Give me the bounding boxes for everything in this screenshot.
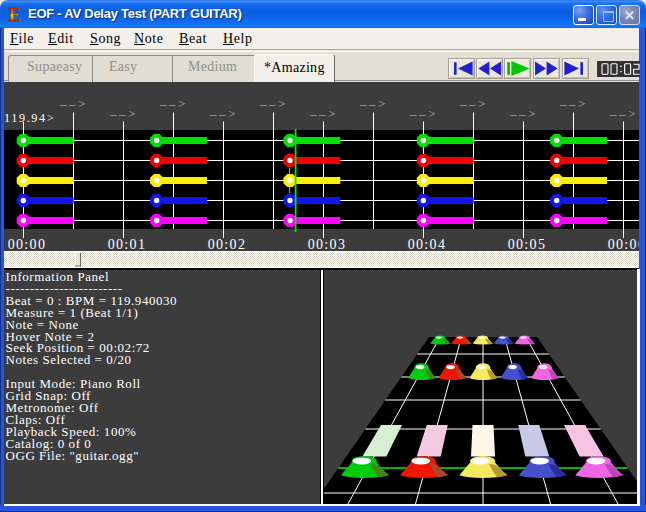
svg-text:00:03: 00:03 bbox=[308, 237, 347, 252]
svg-text:––>: ––> bbox=[609, 106, 638, 121]
svg-text:00:05: 00:05 bbox=[508, 237, 547, 252]
svg-text:––>: ––> bbox=[509, 106, 538, 121]
svg-text:––>: ––> bbox=[559, 96, 588, 111]
svg-text:––>: ––> bbox=[159, 96, 188, 111]
svg-text:00:04: 00:04 bbox=[408, 237, 447, 252]
svg-text:E: E bbox=[9, 6, 21, 23]
svg-text:––>: ––> bbox=[109, 106, 138, 121]
svg-text:––>: ––> bbox=[409, 106, 438, 121]
svg-text:––>: ––> bbox=[459, 96, 488, 111]
svg-text:00:06: 00:06 bbox=[608, 237, 639, 252]
svg-text:––>: ––> bbox=[309, 106, 338, 121]
svg-text:00:02: 00:02 bbox=[208, 237, 247, 252]
svg-text:00:00: 00:00 bbox=[8, 237, 47, 252]
svg-text:––>: ––> bbox=[259, 96, 288, 111]
svg-text:––>: ––> bbox=[359, 96, 388, 111]
svg-text:00:01: 00:01 bbox=[108, 237, 147, 252]
svg-text:––>: ––> bbox=[209, 106, 238, 121]
svg-text:119.94>: 119.94> bbox=[4, 111, 55, 125]
svg-text:––>: ––> bbox=[59, 96, 88, 111]
